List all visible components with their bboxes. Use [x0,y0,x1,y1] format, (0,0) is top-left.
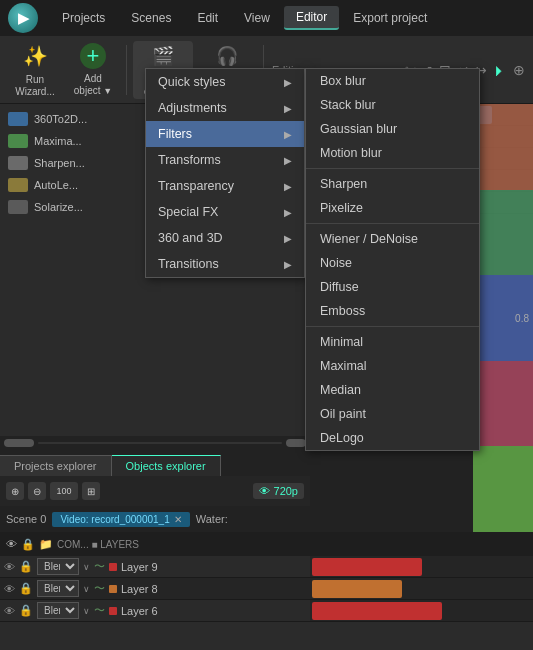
add-object-button[interactable]: + Addobject ▼ [66,41,120,99]
timeline-layer-row [310,578,533,600]
filter-stack-blur[interactable]: Stack blur [306,93,479,117]
layer-color-swatch [109,585,117,593]
layers-header: 👁 🔒 📁 COM... ■ LAYERS [0,532,310,556]
app-logo: ▶ [8,3,38,33]
arrow-icon: ▶ [284,259,292,270]
layer-name: Layer 6 [121,605,306,617]
close-icon[interactable]: ✕ [174,514,182,525]
layers-icon: 📁 [39,538,53,551]
arrow-icon: ▶ [284,233,292,244]
add-track-button[interactable]: ⊕ [6,482,24,500]
scroll-thumb-right[interactable] [286,439,306,447]
remove-track-button[interactable]: ⊖ [28,482,46,500]
scene-clip[interactable]: Video: record_000001_1 ✕ [52,512,189,527]
add-icon: + [80,43,106,69]
layers-label: COM... ■ LAYERS [57,539,139,550]
menu-quick-styles[interactable]: Quick styles ▶ [146,69,304,95]
layer-name: Layer 8 [121,583,306,595]
nav-edit[interactable]: Edit [185,7,230,29]
arrow-icon: ▶ [284,181,292,192]
layer-color-swatch [109,563,117,571]
filter-noise[interactable]: Noise [306,251,479,275]
eye-icon: 👁 [4,605,15,617]
filter-gaussian-blur[interactable]: Gaussian blur [306,117,479,141]
snap-button[interactable]: 100 [50,482,78,500]
arrow-icon: ∨ [83,584,90,594]
blend-mode-select[interactable]: Blend [37,602,79,619]
filter-delogo[interactable]: DeLogo [306,426,479,450]
resolution-badge: 👁 720p [253,483,304,499]
scroll-thumb[interactable] [4,439,34,447]
layer-row: 👁 🔒 Blend ∨ 〜 Layer 8 [0,578,310,600]
explorer-tabs: Projects explorer Objects explorer [0,450,310,476]
lock-icon: 🔒 [21,538,35,551]
wizard-icon: ✨ [21,42,49,70]
scene-row: Scene 0 Video: record_000001_1 ✕ Water: [0,506,310,532]
run-wizard-button[interactable]: ✨ Run Wizard... [8,41,62,99]
clip-name: Maxima... [34,135,82,147]
layer-segment[interactable] [312,602,442,620]
clip-thumb [8,200,28,214]
filter-box-blur[interactable]: Box blur [306,69,479,93]
menu-transitions[interactable]: Transitions ▶ [146,251,304,277]
scene-label: Scene 0 [6,513,46,525]
menu-adjustments[interactable]: Adjustments ▶ [146,95,304,121]
arrow-icon: ∨ [83,606,90,616]
layer-segment[interactable] [312,580,402,598]
menu-360-and-3d[interactable]: 360 and 3D ▶ [146,225,304,251]
timeline-layer-row [310,600,533,622]
nav-export[interactable]: Export project [341,7,439,29]
timeline-scrollbar[interactable] [0,436,310,450]
nav-projects[interactable]: Projects [50,7,117,29]
blend-mode-select[interactable]: Blend [37,558,79,575]
lock-icon: 🔒 [19,582,33,595]
wave-icon: 〜 [94,581,105,596]
eye-icon: 👁 [4,583,15,595]
arrow-icon: ▶ [284,207,292,218]
nav-menu: Projects Scenes Edit View Editor Export … [50,6,439,30]
clip-name: AutoLe... [34,179,78,191]
arrow-icon: ▶ [284,155,292,166]
filter-emboss[interactable]: Emboss [306,299,479,323]
filter-pixelize[interactable]: Pixelize [306,196,479,220]
menu-filters[interactable]: Filters ▶ [146,121,304,147]
video-effects-menu: Quick styles ▶ Adjustments ▶ Filters ▶ T… [145,68,305,278]
water-label: Water: [196,513,228,525]
scroll-track [38,442,282,444]
clip-thumb [8,112,28,126]
filter-diffuse[interactable]: Diffuse [306,275,479,299]
layer-row: 👁 🔒 Blend ∨ 〜 Layer 6 [0,600,310,622]
nav-view[interactable]: View [232,7,282,29]
filter-sharpen[interactable]: Sharpen [306,172,479,196]
clip-thumb [8,178,28,192]
filter-maximal[interactable]: Maximal [306,354,479,378]
tab-objects-explorer[interactable]: Objects explorer [112,455,221,476]
filter-wiener-denoise[interactable]: Wiener / DeNoise [306,227,479,251]
nav-scenes[interactable]: Scenes [119,7,183,29]
layer-segment[interactable] [312,558,422,576]
tab-projects-explorer[interactable]: Projects explorer [0,455,112,476]
blend-mode-select[interactable]: Blend [37,580,79,597]
filter-minimal[interactable]: Minimal [306,330,479,354]
audio-effects-icon: 🎧 [213,42,241,70]
color-bar [473,361,533,447]
menu-transforms[interactable]: Transforms ▶ [146,147,304,173]
clip-name: 360To2D... [34,113,87,125]
timeline-layer-bars [310,556,533,622]
filter-motion-blur[interactable]: Motion blur [306,141,479,165]
nav-editor[interactable]: Editor [284,6,339,30]
filter-median[interactable]: Median [306,378,479,402]
transport-controls: ⊕ ⊖ 100 ⊞ 👁 720p [0,476,310,506]
eye-icon: 👁 [6,538,17,550]
grid-button[interactable]: ⊞ [82,482,100,500]
play-icon: ⏵ [493,62,507,78]
divider-1 [306,168,479,169]
menu-transparency[interactable]: Transparency ▶ [146,173,304,199]
arrow-icon: ▶ [284,103,292,114]
clip-thumb [8,156,28,170]
more-icon: ⊕ [513,62,525,78]
filter-oil-paint[interactable]: Oil paint [306,402,479,426]
top-nav-bar: ▶ Projects Scenes Edit View Editor Expor… [0,0,533,36]
layer-color-swatch [109,607,117,615]
menu-special-fx[interactable]: Special FX ▶ [146,199,304,225]
